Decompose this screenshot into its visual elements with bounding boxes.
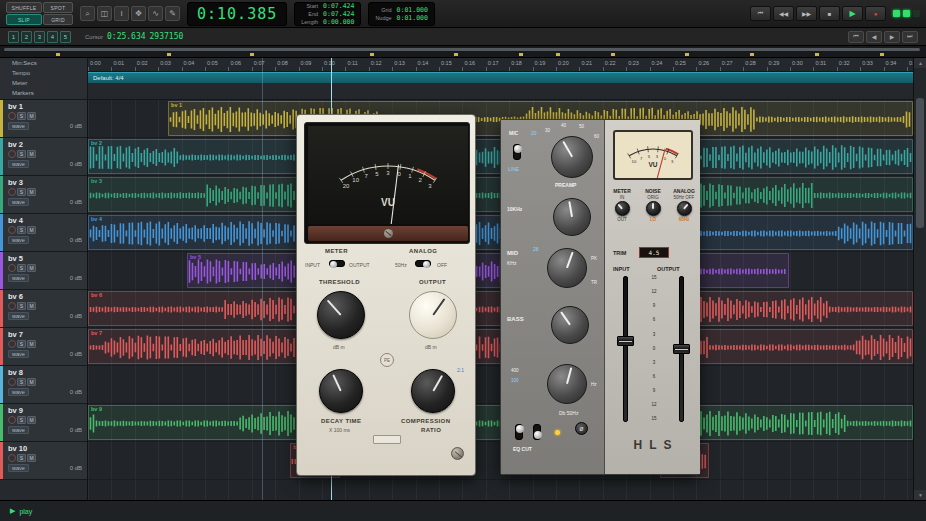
mode-grid-button[interactable]: GRID [43,14,73,25]
track-header-bv2[interactable]: bv 2 S M wave 0 dB [0,138,87,176]
mute-button[interactable]: M [27,264,36,272]
eq-cut-switch-2[interactable] [533,424,541,440]
zoom-preset-2[interactable]: 2 [21,31,32,43]
solo-button[interactable]: S [17,454,26,462]
record-arm-button[interactable] [8,112,16,120]
record-arm-button[interactable] [8,454,16,462]
analog-50hz-off-switch[interactable] [415,260,431,267]
track-header-bv9[interactable]: bv 9 S M wave 0 dB [0,404,87,442]
track-view-selector[interactable]: wave [8,350,29,358]
select-tool-icon[interactable]: I [114,6,129,21]
decay-time-knob[interactable] [319,369,363,413]
record-button[interactable]: ● [865,6,886,21]
phase-button[interactable]: ø [575,422,588,435]
rewind-button[interactable]: ◀◀ [773,6,794,21]
track-header-bv8[interactable]: bv 8 S M wave 0 dB [0,366,87,404]
track-header-bv5[interactable]: bv 5 S M wave 0 dB [0,252,87,290]
grid-nudge-display[interactable]: Grid 0:01.000 Nudge 0:01.000 [368,2,435,26]
tempo-ruler[interactable]: Default: 4/4 [88,72,913,83]
hls-noise-control[interactable]: NOISEORIGLO [638,188,668,244]
scroll-up-arrow[interactable]: ▲ [914,58,926,68]
main-counter[interactable]: 0:10.385 [187,2,287,26]
pencil-tool-icon[interactable]: ✎ [165,6,180,21]
mode-shuffle-button[interactable]: SHUFFLE [6,2,42,13]
solo-button[interactable]: S [17,378,26,386]
compression-ratio-knob[interactable] [411,369,455,413]
track-header-bv4[interactable]: bv 4 S M wave 0 dB [0,214,87,252]
record-arm-button[interactable] [8,150,16,158]
prev-nav-button[interactable]: ⏮ [848,31,864,43]
hls-meter-control[interactable]: METERINOUT [607,188,637,244]
record-arm-button[interactable] [8,188,16,196]
track-header-bv10[interactable]: bv 10 S M wave 0 dB [0,442,87,480]
eq-cut-switch-1[interactable] [515,424,523,440]
solo-button[interactable]: S [17,188,26,196]
timeline-overview[interactable] [0,46,926,58]
record-arm-button[interactable] [8,226,16,234]
bass-knob[interactable] [551,306,589,344]
track-view-selector[interactable]: wave [8,464,29,472]
mode-slip-button[interactable]: SLIP [6,14,42,25]
hls-meter-knob[interactable] [615,201,630,216]
mid-freq-knob[interactable] [547,248,587,288]
mute-button[interactable]: M [27,150,36,158]
plugin-window-compressor[interactable]: 20107530123VU METER ANALOG INPUT OUTPUT … [296,114,476,476]
track-header-bv7[interactable]: bv 7 S M wave 0 dB [0,328,87,366]
record-arm-button[interactable] [8,340,16,348]
solo-button[interactable]: S [17,264,26,272]
mute-button[interactable]: M [27,302,36,310]
solo-button[interactable]: S [17,226,26,234]
threshold-knob[interactable] [317,291,365,339]
solo-button[interactable]: S [17,302,26,310]
low-freq-knob[interactable] [547,364,587,404]
zoom-preset-1[interactable]: 1 [8,31,19,43]
mute-button[interactable]: M [27,112,36,120]
track-view-selector[interactable]: wave [8,274,29,282]
mic-line-switch[interactable] [513,144,521,160]
mute-button[interactable]: M [27,226,36,234]
trim-tool-icon[interactable]: ◫ [97,6,112,21]
hls-noise-knob[interactable] [646,201,661,216]
preamp-gain-knob[interactable] [551,136,593,178]
mute-button[interactable]: M [27,188,36,196]
record-arm-button[interactable] [8,416,16,424]
track-header-bv6[interactable]: bv 6 S M wave 0 dB [0,290,87,328]
track-view-selector[interactable]: wave [8,426,29,434]
mute-button[interactable]: M [27,378,36,386]
overview-scroll-thumb[interactable] [4,48,920,51]
solo-button[interactable]: S [17,340,26,348]
ruler-name-tempo[interactable]: Tempo [12,70,87,80]
plugin-window-preamp[interactable]: MIC 20 LINE PREAMP 10KHz MID KHz 28 PK T… [500,119,700,475]
rtz-button[interactable]: ⏮ [750,6,771,21]
zoom-preset-5[interactable]: 5 [60,31,71,43]
ffwd-button[interactable]: ▶▶ [796,6,817,21]
vertical-scrollbar[interactable]: ▲ ▼ [913,58,926,500]
play-button[interactable]: ▶ [842,6,863,21]
mute-button[interactable]: M [27,416,36,424]
solo-button[interactable]: S [17,150,26,158]
track-view-selector[interactable]: wave [8,312,29,320]
record-arm-button[interactable] [8,302,16,310]
fwd-nav-button[interactable]: ▶ [884,31,900,43]
back-nav-button[interactable]: ◀ [866,31,882,43]
track-view-selector[interactable]: wave [8,388,29,396]
track-view-selector[interactable]: wave [8,198,29,206]
input-fader[interactable] [617,336,634,346]
zoom-preset-4[interactable]: 4 [47,31,58,43]
record-arm-button[interactable] [8,264,16,272]
minsec-ruler[interactable]: 0:000:010:020:030:040:050:060:070:080:09… [88,58,913,72]
hls-analog-control[interactable]: ANALOG50Hz OFF60Hz [669,188,699,244]
scrub-tool-icon[interactable]: ∿ [148,6,163,21]
ruler-name-minsecs[interactable]: Min:Secs [12,60,87,70]
track-view-selector[interactable]: wave [8,160,29,168]
track-view-selector[interactable]: wave [8,236,29,244]
zoom-preset-3[interactable]: 3 [34,31,45,43]
track-header-bv1[interactable]: bv 1 S M wave 0 dB [0,100,87,138]
high-shelf-knob[interactable] [553,198,591,236]
scrollbar-thumb[interactable] [916,98,924,228]
track-header-bv3[interactable]: bv 3 S M wave 0 dB [0,176,87,214]
output-fader[interactable] [673,344,690,354]
stop-button[interactable]: ■ [819,6,840,21]
mute-button[interactable]: M [27,340,36,348]
zoom-tool-icon[interactable]: ⌕ [80,6,95,21]
